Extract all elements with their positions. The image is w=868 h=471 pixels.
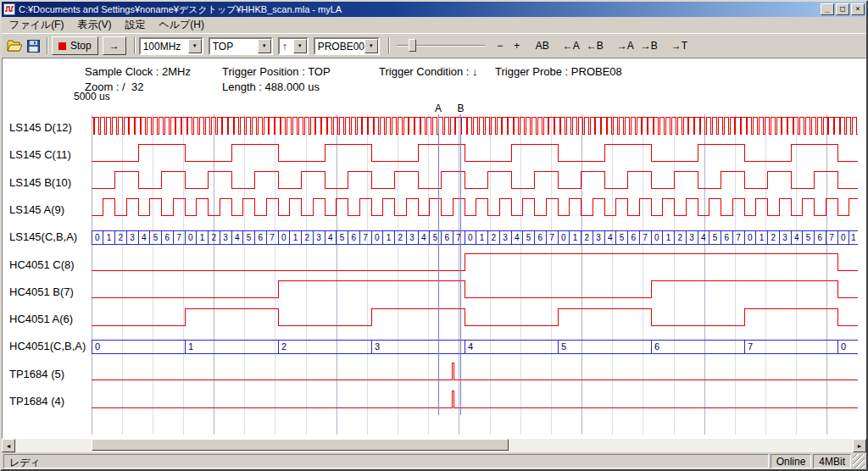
bus-value: 1 — [666, 233, 671, 242]
cursor-a-right-button[interactable]: →A — [614, 37, 637, 54]
waveform-pulse — [92, 391, 858, 407]
toolbar-separator — [47, 37, 48, 54]
bus-value: 6 — [259, 233, 264, 242]
trigger-probe-select[interactable]: PROBE00 ▼ — [314, 37, 380, 55]
bus-value: 5 — [153, 233, 159, 242]
zoom-in-button[interactable]: + — [509, 37, 526, 54]
stop-button[interactable]: Stop — [52, 36, 98, 55]
waveform-square — [92, 144, 858, 161]
bus-value: 0 — [188, 233, 193, 242]
bus-value: 3 — [223, 233, 228, 242]
close-button[interactable]: × — [851, 3, 865, 15]
trigger-edge-select[interactable]: ↑ ▼ — [278, 37, 309, 55]
bus-value: 4 — [235, 233, 240, 242]
minimize-button[interactable]: _ — [821, 3, 834, 15]
menu-item-1[interactable]: 表示(V) — [70, 16, 118, 34]
bus-value: 4 — [421, 233, 426, 242]
waveform-canvas[interactable]: 0123456701234567012345670123456701234567… — [92, 114, 858, 435]
bus-value: 0 — [95, 233, 100, 242]
run-arrow-icon: → — [109, 40, 120, 52]
channel-label[interactable]: HC4051 C(8) — [9, 258, 75, 272]
run-button[interactable]: → — [103, 36, 126, 55]
channel-label[interactable]: HC4051(C,B,A) — [9, 340, 86, 353]
bus-value: 0 — [748, 233, 753, 242]
menu-item-3[interactable]: ヘルプ(H) — [152, 16, 211, 34]
menu-item-0[interactable]: ファイル(F) — [3, 16, 70, 34]
open-file-button[interactable] — [4, 36, 24, 55]
horizontal-scrollbar[interactable]: ◄ ► — [2, 439, 866, 452]
cursor-b-left-button[interactable]: ←B — [583, 37, 607, 54]
waveform-square — [92, 308, 858, 325]
folder-open-icon — [7, 40, 22, 52]
maximize-button[interactable]: □ — [836, 3, 849, 15]
channel-label[interactable]: HC4051 A(6) — [9, 313, 73, 326]
waveform-square — [92, 172, 858, 189]
marker-b-label[interactable]: B — [458, 103, 465, 114]
bus-value: 0 — [281, 233, 287, 242]
ab-measure-button[interactable]: AB — [532, 37, 553, 54]
waveform-pulse — [92, 363, 858, 380]
goto-trigger-button[interactable]: →T — [668, 37, 691, 54]
bus-value: 6 — [352, 233, 357, 242]
scroll-right-button[interactable]: ► — [853, 439, 866, 452]
bus-value: 4 — [142, 233, 147, 242]
app-icon — [3, 3, 15, 15]
bus-value: 5 — [806, 233, 811, 242]
trigger-position-select[interactable]: TOP ▼ — [209, 37, 273, 55]
bus-value: 2 — [305, 233, 310, 242]
dropdown-arrow-icon[interactable]: ▼ — [293, 39, 307, 53]
bus-value: 0 — [654, 233, 659, 242]
zoom-slider-thumb[interactable] — [409, 39, 416, 52]
bus-value: 2 — [492, 233, 497, 242]
waveform-square — [92, 254, 858, 271]
bus-value: 4 — [515, 233, 520, 242]
menubar: ファイル(F)表示(V)設定ヘルプ(H) — [2, 17, 866, 33]
save-button[interactable] — [24, 36, 43, 55]
titlebar[interactable]: C:¥Documents and Settings¥noname¥デスクトップ¥… — [2, 2, 866, 17]
channel-label[interactable]: TP1684 (4) — [9, 395, 64, 408]
bus-value: 7 — [270, 233, 275, 242]
bus-value: 7 — [736, 233, 741, 242]
menu-item-2[interactable]: 設定 — [118, 16, 152, 34]
waveform-square — [92, 281, 858, 298]
bus-value: 1 — [573, 233, 578, 242]
bus-value: 1 — [480, 233, 485, 242]
trigger-probe-info: Trigger Probe : PROBE08 — [495, 65, 622, 78]
bus-value: 2 — [678, 233, 683, 242]
dropdown-arrow-icon[interactable]: ▼ — [188, 39, 202, 53]
bus-value: 7 — [829, 233, 834, 242]
cursor-a-left-button[interactable]: ←A — [559, 37, 583, 54]
channel-label[interactable]: HC4051 B(7) — [9, 285, 74, 299]
channel-label[interactable]: LS145 A(9) — [9, 203, 64, 217]
zoom-out-button[interactable]: − — [492, 37, 509, 54]
bus-value: 2 — [585, 233, 590, 242]
scrollbar-thumb[interactable] — [92, 439, 509, 451]
channel-label[interactable]: TP1684 (5) — [9, 368, 64, 381]
toolbar: Stop → 100MHz ▼ TOP ▼ ↑ ▼ PROBE00 ▼ − + … — [2, 33, 866, 58]
scrollbar-track[interactable] — [15, 439, 853, 452]
sample-rate-select[interactable]: 100MHz ▼ — [139, 37, 203, 55]
channel-label[interactable]: LS145 D(12) — [9, 121, 72, 135]
bus-value: 6 — [632, 233, 637, 242]
bus-value: 0 — [841, 233, 846, 242]
bus-value: 3 — [782, 233, 787, 242]
bus-value: 5 — [340, 233, 345, 242]
waveform-square — [92, 199, 858, 216]
channel-label[interactable]: LS145(C,B,A) — [9, 230, 77, 244]
dropdown-arrow-icon[interactable]: ▼ — [258, 39, 271, 53]
bus-value: 3 — [503, 233, 508, 242]
bus-value: 4 — [794, 233, 799, 242]
dropdown-arrow-icon[interactable]: ▼ — [364, 39, 378, 53]
sample-clock-info: Sample Clock : 2MHz — [85, 65, 191, 78]
status-memory-badge: 4MBit — [813, 454, 851, 468]
channel-label[interactable]: LS145 C(11) — [9, 148, 71, 162]
marker-a-label[interactable]: A — [435, 103, 442, 114]
bus-value: 7 — [176, 233, 181, 242]
bus-value: 6 — [165, 233, 170, 242]
scroll-left-button[interactable]: ◄ — [2, 439, 15, 452]
channel-label[interactable]: LS145 B(10) — [9, 176, 71, 190]
zoom-slider[interactable] — [397, 37, 485, 54]
cursor-b-right-button[interactable]: →B — [637, 37, 661, 54]
resize-grip[interactable] — [853, 454, 865, 468]
bus-value: 2 — [281, 341, 287, 352]
